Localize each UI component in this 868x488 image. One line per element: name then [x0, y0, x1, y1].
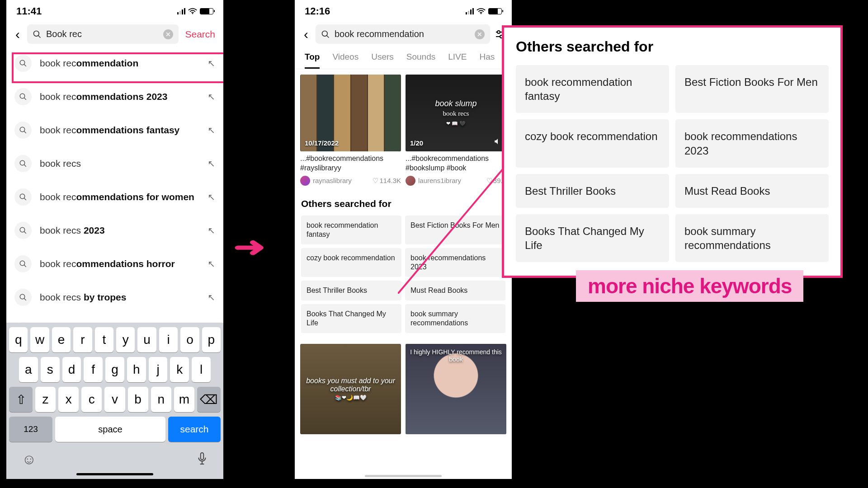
- key-t[interactable]: t: [95, 327, 113, 352]
- keyboard-search-key[interactable]: search: [168, 417, 221, 442]
- related-chip[interactable]: book summary recommendations: [405, 304, 505, 333]
- search-input[interactable]: Book rec ✕: [27, 24, 179, 44]
- suggestion-row[interactable]: book recs 2023↗: [14, 214, 215, 247]
- key-q[interactable]: q: [9, 327, 28, 352]
- suggestion-row[interactable]: book recommendations 2023↗: [14, 80, 215, 113]
- svg-line-12: [24, 198, 26, 200]
- search-icon: [14, 55, 32, 72]
- shift-key[interactable]: ⇧: [9, 387, 33, 412]
- key-v[interactable]: v: [104, 387, 125, 412]
- search-icon: [14, 188, 32, 206]
- related-chip[interactable]: book recommendations 2023: [675, 119, 829, 167]
- video-card[interactable]: I highly HIGHLY recommend this book: [406, 344, 506, 434]
- key-c[interactable]: c: [81, 387, 102, 412]
- related-chip[interactable]: Best Fiction Books For Men: [675, 65, 829, 113]
- search-input[interactable]: book recommendation ✕: [316, 24, 490, 44]
- related-chip[interactable]: cozy book recommendation: [516, 119, 669, 167]
- fill-arrow-icon[interactable]: ↗: [208, 58, 215, 69]
- key-j[interactable]: j: [149, 357, 168, 382]
- related-chip[interactable]: Best Fiction Books For Men: [405, 216, 505, 244]
- related-chip[interactable]: book summary recommendations: [675, 214, 829, 262]
- key-g[interactable]: g: [105, 357, 124, 382]
- key-r[interactable]: r: [73, 327, 92, 352]
- tab-top[interactable]: Top: [305, 47, 320, 69]
- svg-line-10: [24, 164, 26, 167]
- key-o[interactable]: o: [180, 327, 199, 352]
- related-chip[interactable]: Must Read Books: [405, 281, 505, 300]
- key-h[interactable]: h: [127, 357, 146, 382]
- related-chip[interactable]: Best Thriller Books: [516, 174, 669, 208]
- key-m[interactable]: m: [174, 387, 194, 412]
- tab-sounds[interactable]: Sounds: [406, 47, 435, 69]
- suggestion-row[interactable]: book recs↗: [14, 147, 215, 180]
- battery-icon: [488, 8, 502, 14]
- back-button[interactable]: ‹: [13, 27, 23, 42]
- key-z[interactable]: z: [35, 387, 56, 412]
- fill-arrow-icon[interactable]: ↗: [208, 292, 215, 303]
- key-i[interactable]: i: [159, 327, 178, 352]
- space-key[interactable]: space: [55, 417, 165, 442]
- others-searched-for: Others searched for book recommendation …: [295, 191, 512, 336]
- fill-arrow-icon[interactable]: ↗: [208, 225, 215, 236]
- mic-button[interactable]: [196, 451, 208, 468]
- related-chip[interactable]: book recommendation fantasy: [516, 65, 669, 113]
- related-chip[interactable]: Must Read Books: [675, 174, 829, 208]
- backspace-key[interactable]: ⌫: [197, 387, 221, 412]
- fill-arrow-icon[interactable]: ↗: [208, 158, 215, 169]
- fill-arrow-icon[interactable]: ↗: [208, 192, 215, 202]
- key-f[interactable]: f: [84, 357, 103, 382]
- key-k[interactable]: k: [170, 357, 189, 382]
- related-chip[interactable]: cozy book recommendation: [301, 248, 401, 277]
- svg-rect-21: [201, 453, 204, 460]
- search-button[interactable]: Search: [183, 29, 217, 40]
- key-d[interactable]: d: [62, 357, 81, 382]
- key-l[interactable]: l: [192, 357, 211, 382]
- key-w[interactable]: w: [30, 327, 49, 352]
- svg-point-9: [20, 160, 25, 165]
- suggestion-row[interactable]: book recommendations fantasy↗: [14, 113, 215, 147]
- avatar-icon: [406, 176, 415, 186]
- tab-live[interactable]: LIVE: [448, 47, 467, 69]
- suggestion-row[interactable]: book recommendations horror↗: [14, 247, 215, 281]
- osf-grid: book recommendation fantasyBest Fiction …: [301, 216, 505, 333]
- fill-arrow-icon[interactable]: ↗: [208, 125, 215, 136]
- tab-videos[interactable]: Videos: [332, 47, 359, 69]
- video-card[interactable]: books you must add to your collection/tb…: [300, 344, 401, 434]
- suggestion-row[interactable]: book recommendation↗: [14, 47, 215, 80]
- key-p[interactable]: p: [202, 327, 221, 352]
- key-b[interactable]: b: [128, 387, 148, 412]
- suggestion-text: book recommendations for women: [40, 192, 199, 202]
- key-a[interactable]: a: [19, 357, 38, 382]
- signal-icon: [177, 8, 185, 14]
- key-s[interactable]: s: [41, 357, 60, 382]
- zoom-panel: Others searched for book recommendation …: [502, 25, 843, 278]
- key-x[interactable]: x: [58, 387, 79, 412]
- clear-button[interactable]: ✕: [163, 29, 173, 39]
- fill-arrow-icon[interactable]: ↗: [208, 258, 215, 269]
- suggestion-row[interactable]: book recommendations for women↗: [14, 180, 215, 214]
- video-card[interactable]: 10/17/2022 ...#bookrecommendations #rays…: [300, 75, 401, 186]
- related-chip[interactable]: book recommendation fantasy: [301, 216, 401, 244]
- emoji-button[interactable]: ☺: [22, 451, 37, 468]
- back-button[interactable]: ‹: [301, 27, 311, 42]
- video-card[interactable]: book slumpbook recs❤ 📖 🖤 1/20 ...#bookre…: [406, 75, 506, 186]
- key-y[interactable]: y: [116, 327, 135, 352]
- video-overlay-text: book slumpbook recs❤ 📖 🖤: [435, 99, 476, 127]
- status-icons: [466, 8, 502, 14]
- related-chip[interactable]: Books That Changed My Life: [516, 214, 669, 262]
- tab-has[interactable]: Has: [479, 47, 495, 69]
- related-chip[interactable]: book recommendations 2023: [405, 248, 505, 277]
- numbers-key[interactable]: 123: [9, 417, 52, 442]
- key-e[interactable]: e: [52, 327, 71, 352]
- suggestion-row[interactable]: book recs by tropes↗: [14, 281, 215, 314]
- svg-point-11: [20, 194, 25, 199]
- key-u[interactable]: u: [137, 327, 156, 352]
- svg-point-22: [481, 13, 482, 14]
- suggestion-text: book recommendation: [40, 58, 199, 69]
- clear-button[interactable]: ✕: [475, 29, 485, 39]
- related-chip[interactable]: Best Thriller Books: [301, 281, 401, 300]
- related-chip[interactable]: Books That Changed My Life: [301, 304, 401, 333]
- tab-users[interactable]: Users: [371, 47, 394, 69]
- fill-arrow-icon[interactable]: ↗: [208, 91, 215, 102]
- key-n[interactable]: n: [151, 387, 171, 412]
